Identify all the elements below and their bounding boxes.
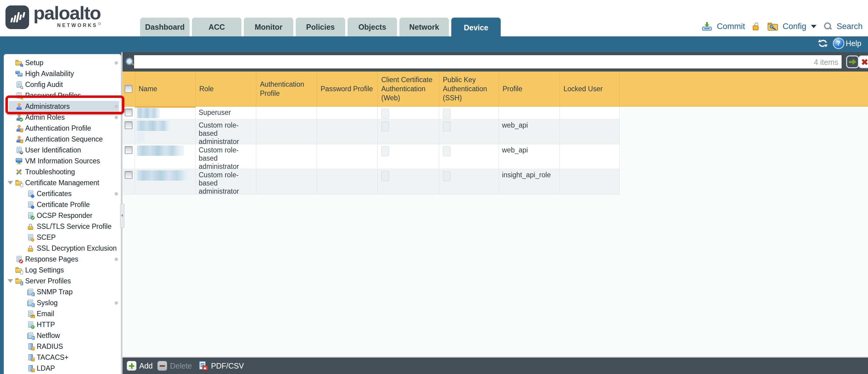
sidebar-item-radius[interactable]: RADIUS — [4, 341, 121, 352]
column-header-role[interactable]: Role — [196, 71, 256, 106]
role-value: Custom role-based administrator — [199, 121, 253, 146]
sidebar-item-administrators[interactable]: Administrators — [4, 101, 121, 112]
tab-monitor[interactable]: Monitor — [244, 18, 293, 36]
sidebar-item-certificate-management[interactable]: Certificate Management — [4, 177, 121, 188]
sidebar-item-scep[interactable]: SCEP — [4, 232, 121, 243]
delete-button[interactable]: Delete — [157, 361, 192, 371]
sidebar-item-admin-roles[interactable]: Admin Roles — [4, 112, 121, 123]
table-row[interactable]: Custom role-based administratorinsight_a… — [123, 169, 620, 195]
config-menu-button[interactable]: Config — [782, 22, 806, 31]
row-checkbox[interactable] — [125, 171, 132, 179]
sidebar-item-label: VM Information Sources — [25, 157, 100, 165]
table-row[interactable]: Superuser — [123, 107, 620, 120]
sidebar-item-certificate-profile[interactable]: Certificate Profile — [4, 199, 121, 210]
sidebar-item-ocsp-responder[interactable]: OCSP Responder — [4, 210, 121, 221]
help-icon: ? — [834, 38, 843, 48]
admin-roles-icon — [16, 114, 23, 121]
certificates-icon — [27, 190, 34, 197]
sidebar-item-certificates[interactable]: Certificates — [4, 188, 121, 199]
sidebar-item-server-profiles[interactable]: Server Profiles — [4, 275, 121, 286]
sidebar-item-label: Response Pages — [25, 255, 78, 263]
clear-filter-button[interactable] — [859, 56, 868, 67]
client-certificate-authentication-web-cell — [378, 144, 439, 169]
top-header: paloalto NETWORKS Dashboard ACC Monitor … — [0, 0, 868, 36]
delete-label: Delete — [170, 362, 192, 370]
expand-triangle-icon[interactable] — [8, 181, 13, 184]
high-availability-icon — [16, 70, 23, 77]
pdf-csv-button[interactable]: PDF/CSV — [199, 361, 244, 371]
sidebar-item-netflow[interactable]: Netflow — [4, 330, 121, 341]
row-select-cell — [123, 144, 135, 169]
sidebar-item-authentication-profile[interactable]: Authentication Profile — [4, 123, 121, 134]
tab-dashboard[interactable]: Dashboard — [140, 18, 190, 36]
column-header-password-profile[interactable]: Password Profile — [317, 71, 378, 106]
sidebar-item-ssl-decryption-exclusion[interactable]: SSL Decryption Exclusion — [4, 243, 121, 254]
sidebar-item-high-availability[interactable]: High Availability — [4, 68, 121, 79]
filter-search-input[interactable] — [134, 55, 842, 69]
status-dot — [115, 258, 118, 261]
logo-word: paloalto — [33, 2, 101, 23]
sidebar-item-user-identification[interactable]: User Identification — [4, 144, 121, 156]
locked-user-cell — [560, 120, 620, 144]
pdf-csv-label: PDF/CSV — [211, 362, 244, 370]
sidebar-item-http[interactable]: HTTP — [4, 319, 121, 330]
column-header-public-key-authentication-ssh[interactable]: Public Key Authentication (SSH) — [439, 71, 499, 106]
tacacs-icon — [27, 354, 34, 361]
sidebar-item-log-settings[interactable]: Log Settings — [4, 265, 121, 275]
tab-acc[interactable]: ACC — [192, 18, 241, 36]
sidebar-item-response-pages[interactable]: Response Pages — [4, 254, 121, 265]
apply-filter-button[interactable] — [847, 56, 858, 67]
row-checkbox[interactable] — [125, 146, 132, 154]
table-row[interactable]: Custom role-based administratorweb_api — [123, 120, 620, 144]
column-header-profile[interactable]: Profile — [499, 71, 560, 106]
name-cell — [135, 120, 196, 144]
device-sidebar: SetupHigh AvailabilityConfig AuditPasswo… — [4, 54, 121, 374]
column-header-client-certificate-authentication-web[interactable]: Client Certificate Authentication (Web) — [378, 71, 439, 106]
global-search-button[interactable]: Search — [836, 22, 863, 31]
column-header-authentication-profile[interactable]: Authentication Profile — [256, 71, 317, 106]
sidebar-item-label: High Availability — [25, 70, 74, 78]
sidebar-item-ssl-tls-service-profile[interactable]: SSL/TLS Service Profile — [4, 221, 121, 232]
client-certificate-authentication-web-cell — [378, 120, 439, 144]
column-header-name[interactable]: Name — [135, 71, 196, 106]
sidebar-item-password-profiles[interactable]: Password Profiles — [4, 90, 121, 101]
status-dot — [115, 301, 118, 305]
help-control[interactable]: ? Help — [834, 38, 861, 48]
config-caret-icon[interactable] — [811, 25, 816, 28]
tab-policies[interactable]: Policies — [296, 18, 345, 36]
sidebar-item-email[interactable]: Email — [4, 308, 121, 319]
footer-toolbar: Add Delete PDF/CSV — [123, 358, 868, 374]
authentication-profile-icon — [16, 125, 23, 132]
row-select-cell — [123, 120, 135, 144]
sidebar-item-tacacs[interactable]: TACACS+ — [4, 352, 121, 363]
select-all-checkbox[interactable] — [125, 85, 132, 93]
sidebar-item-ldap[interactable]: LDAP — [4, 363, 121, 374]
password-profiles-icon — [16, 92, 23, 99]
column-header-locked-user[interactable]: Locked User — [560, 71, 620, 106]
commit-button[interactable]: Commit — [717, 22, 745, 31]
tab-objects[interactable]: Objects — [347, 18, 397, 36]
sidebar-item-authentication-sequence[interactable]: Authentication Sequence — [4, 134, 121, 144]
sidebar-item-config-audit[interactable]: Config Audit — [4, 79, 121, 90]
sidebar-item-syslog[interactable]: Syslog — [4, 297, 121, 308]
role-value: Custom role-based administrator — [199, 171, 253, 196]
row-checkbox[interactable] — [125, 121, 132, 129]
client-certificate-authentication-web-cell — [378, 107, 439, 119]
sidebar-item-troubleshooting[interactable]: Troubleshooting — [4, 166, 121, 177]
table-row[interactable]: Custom role-based administratorweb_api — [123, 144, 620, 169]
authentication-sequence-icon — [16, 136, 23, 143]
tab-network[interactable]: Network — [399, 18, 449, 36]
role-value: Superuser — [199, 108, 253, 117]
expand-triangle-icon[interactable] — [8, 279, 13, 283]
sidebar-tree: SetupHigh AvailabilityConfig AuditPasswo… — [4, 54, 121, 374]
sidebar-item-vm-information-sources[interactable]: VM Information Sources — [4, 156, 121, 166]
row-checkbox[interactable] — [125, 108, 132, 116]
add-button[interactable]: Add — [127, 361, 153, 371]
sidebar-collapse-handle[interactable] — [120, 204, 124, 228]
sidebar-item-snmp-trap[interactable]: SNMP Trap — [4, 286, 121, 297]
sidebar-item-label: SSL/TLS Service Profile — [37, 223, 112, 231]
tab-device[interactable]: Device — [451, 18, 501, 38]
sidebar-item-setup[interactable]: Setup — [4, 57, 121, 68]
client-cert-auth-checkbox-disabled — [381, 108, 389, 119]
refresh-icon[interactable] — [817, 39, 828, 48]
